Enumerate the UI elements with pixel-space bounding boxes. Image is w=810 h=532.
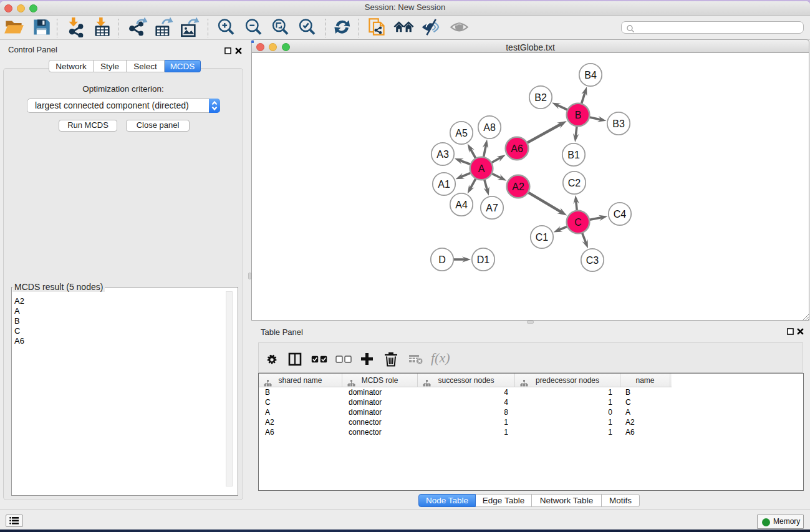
svg-text:D1: D1 [477, 254, 490, 265]
svg-text:A7: A7 [486, 203, 498, 213]
svg-text:C1: C1 [536, 232, 549, 243]
svg-text:A3: A3 [436, 149, 449, 160]
svg-text:B3: B3 [612, 118, 625, 129]
svg-text:C2: C2 [568, 178, 581, 188]
svg-text:B1: B1 [567, 150, 580, 160]
svg-text:B2: B2 [534, 92, 547, 103]
svg-text:B: B [575, 110, 582, 120]
svg-text:C: C [574, 217, 582, 228]
svg-text:B4: B4 [584, 70, 597, 80]
svg-text:D: D [438, 254, 446, 265]
svg-text:A4: A4 [455, 200, 468, 210]
svg-text:A2: A2 [512, 181, 524, 192]
svg-text:A: A [478, 163, 485, 174]
svg-text:A6: A6 [511, 143, 523, 154]
svg-text:C3: C3 [586, 255, 599, 266]
svg-text:A1: A1 [438, 179, 450, 190]
svg-text:A5: A5 [455, 128, 468, 138]
svg-text:A8: A8 [483, 122, 496, 133]
svg-text:C4: C4 [614, 209, 627, 220]
